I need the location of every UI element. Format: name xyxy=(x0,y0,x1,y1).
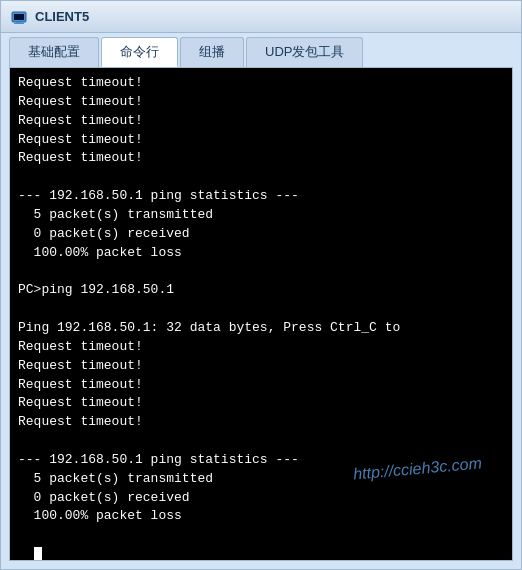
svg-rect-3 xyxy=(14,23,24,24)
tab-bar: 基础配置 命令行 组播 UDP发包工具 xyxy=(1,33,521,67)
svg-rect-1 xyxy=(14,14,24,20)
terminal-cursor xyxy=(34,547,42,561)
tab-basic-config[interactable]: 基础配置 xyxy=(9,37,99,67)
tab-udp-tool[interactable]: UDP发包工具 xyxy=(246,37,363,67)
title-bar: CLIENT5 xyxy=(1,1,521,33)
window-icon xyxy=(11,9,27,25)
terminal-area[interactable]: Request timeout! Request timeout! Reques… xyxy=(9,67,513,561)
window-title: CLIENT5 xyxy=(35,9,89,24)
tab-command-line[interactable]: 命令行 xyxy=(101,37,178,67)
main-window: CLIENT5 基础配置 命令行 组播 UDP发包工具 Request time… xyxy=(0,0,522,570)
tab-multicast[interactable]: 组播 xyxy=(180,37,244,67)
terminal-output: Request timeout! Request timeout! Reques… xyxy=(18,74,504,561)
